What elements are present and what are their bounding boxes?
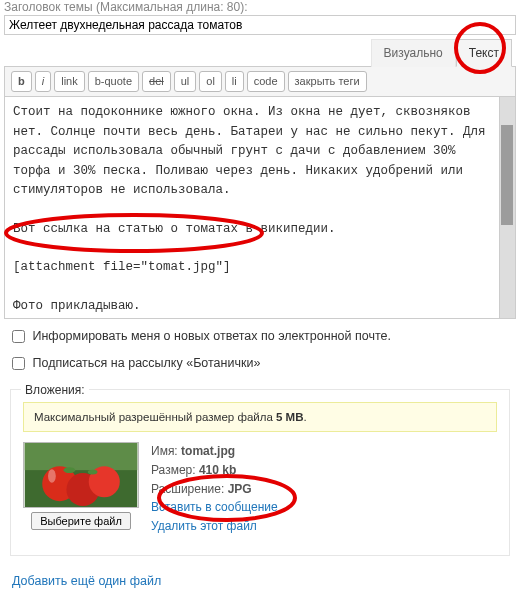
title-input[interactable]	[4, 15, 516, 35]
scrollbar-track[interactable]	[499, 97, 515, 318]
choose-file-button[interactable]: Выберите файл	[31, 512, 131, 530]
file-ext-value: JPG	[228, 482, 252, 496]
italic-button[interactable]: i	[35, 71, 51, 92]
notify-checkbox[interactable]	[12, 330, 25, 343]
tab-text[interactable]: Текст	[456, 39, 512, 67]
blockquote-button[interactable]: b-quote	[88, 71, 139, 92]
file-size-value: 410 kb	[199, 463, 236, 477]
max-size-value: 5 MB	[276, 411, 303, 423]
attachment-meta: Имя: tomat.jpg Размер: 410 kb Расширение…	[151, 442, 278, 535]
editor-toolbar: b i link b-quote del ul ol li code закры…	[4, 66, 516, 96]
file-size-label: Размер:	[151, 463, 196, 477]
scrollbar-thumb[interactable]	[501, 125, 513, 225]
tab-visual[interactable]: Визуально	[371, 39, 456, 67]
title-field-label: Заголовок темы (Максимальная длина: 80):	[0, 0, 520, 14]
subscribe-checkbox[interactable]	[12, 357, 25, 370]
attachment-thumbnail	[23, 442, 139, 508]
svg-point-7	[48, 470, 56, 484]
close-tags-button[interactable]: закрыть теги	[288, 71, 367, 92]
attachments-legend: Вложения:	[21, 383, 89, 397]
ul-button[interactable]: ul	[174, 71, 197, 92]
code-button[interactable]: code	[247, 71, 285, 92]
bold-button[interactable]: b	[11, 71, 32, 92]
notify-label: Информировать меня о новых ответах по эл…	[32, 329, 390, 343]
svg-point-5	[64, 468, 76, 474]
insert-attachment-link[interactable]: Вставить в сообщение	[151, 500, 278, 514]
subscribe-checkbox-row[interactable]: Подписаться на рассылку «Ботанички»	[8, 354, 512, 373]
del-button[interactable]: del	[142, 71, 171, 92]
file-ext-label: Расширение:	[151, 482, 224, 496]
message-textarea[interactable]	[5, 97, 515, 315]
file-name-label: Имя:	[151, 444, 178, 458]
delete-attachment-link[interactable]: Удалить этот файл	[151, 519, 257, 533]
attachments-section: Вложения: Максимальный разрешённый разме…	[10, 389, 510, 556]
subscribe-label: Подписаться на рассылку «Ботанички»	[32, 356, 260, 370]
svg-point-6	[88, 470, 98, 475]
add-file-link[interactable]: Добавить ещё один файл	[12, 574, 161, 588]
max-size-prefix: Максимальный разрешённый размер файла	[34, 411, 276, 423]
attachment-row: Выберите файл Имя: tomat.jpg Размер: 410…	[23, 442, 497, 535]
link-button[interactable]: link	[54, 71, 85, 92]
ol-button[interactable]: ol	[199, 71, 222, 92]
file-name-value: tomat.jpg	[181, 444, 235, 458]
svg-rect-1	[25, 443, 137, 470]
notify-checkbox-row[interactable]: Информировать меня о новых ответах по эл…	[8, 327, 512, 346]
li-button[interactable]: li	[225, 71, 244, 92]
max-size-note: Максимальный разрешённый размер файла 5 …	[23, 402, 497, 432]
